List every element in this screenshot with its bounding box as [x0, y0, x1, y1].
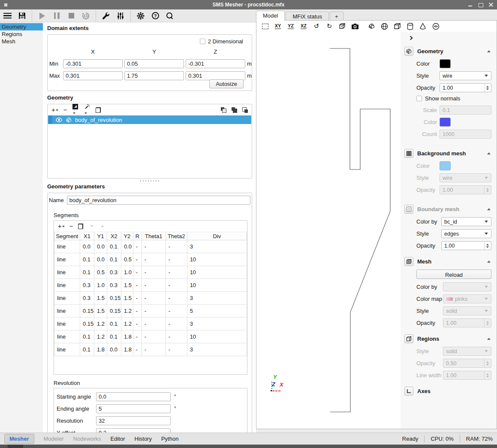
run-button[interactable] [36, 11, 48, 21]
segment-cell[interactable]: - [142, 318, 166, 330]
segment-cell[interactable]: 0.5 [94, 266, 107, 279]
mesh-color-by-dropdown[interactable] [443, 282, 491, 291]
normals-count-input[interactable]: 1000 [440, 130, 491, 139]
mesh-visibility-toggle[interactable] [404, 257, 413, 266]
maximize-button[interactable] [478, 2, 483, 7]
segment-cell[interactable]: - [133, 266, 142, 279]
build-button[interactable] [100, 11, 111, 21]
segment-cell[interactable]: 1.5 [121, 279, 133, 292]
menu-button[interactable] [2, 11, 13, 21]
segment-cell[interactable]: - [142, 279, 166, 292]
view-xy-button[interactable]: XY [273, 22, 283, 30]
segment-cell[interactable]: - [166, 318, 187, 330]
segment-cell[interactable]: line [54, 330, 80, 343]
segment-cell[interactable]: 1.8 [121, 343, 133, 356]
mesh-reload-button[interactable]: Reload [416, 269, 491, 279]
wizard-button[interactable] [84, 104, 90, 116]
axes-visibility-toggle[interactable] [404, 387, 413, 396]
perspective-button[interactable] [337, 22, 347, 30]
view-xz-button[interactable]: XZ [299, 22, 308, 30]
search-button[interactable] [164, 11, 175, 21]
segment-cell[interactable]: - [142, 253, 166, 266]
add-cone-button[interactable] [418, 22, 428, 30]
segment-cell[interactable]: 0.5 [121, 253, 133, 266]
two-dimensional-checkbox[interactable] [200, 39, 205, 44]
segment-cell[interactable]: - [133, 253, 142, 266]
segment-cell[interactable]: 0.1 [80, 343, 94, 356]
tab-model[interactable]: Model [256, 11, 285, 21]
segment-cell[interactable]: 3 [187, 240, 247, 253]
segment-cell[interactable]: 5 [187, 305, 247, 318]
mesh-color-map-dropdown[interactable]: pinks [443, 294, 491, 303]
segment-cell[interactable]: 0.1 [80, 330, 94, 343]
xmax-input[interactable] [63, 71, 123, 80]
segment-cell[interactable]: 1.5 [94, 305, 107, 318]
mode-mesher-button[interactable]: Mesher [4, 434, 34, 444]
view-yz-button[interactable]: YZ [286, 22, 295, 30]
segment-cell[interactable]: 1.2 [121, 318, 133, 330]
segment-cell[interactable]: - [142, 343, 166, 356]
segment-cell[interactable]: line [54, 318, 80, 330]
segment-cell[interactable]: - [142, 330, 166, 343]
mode-python[interactable]: Python [161, 436, 178, 442]
ymin-input[interactable] [124, 59, 184, 68]
nav-item-regions[interactable]: Regions [0, 30, 43, 38]
segment-cell[interactable]: 1.5 [94, 292, 107, 305]
segment-cell[interactable]: - [166, 253, 187, 266]
move-up-icon[interactable] [101, 225, 104, 227]
segment-cell[interactable]: 1.8 [121, 330, 133, 343]
segment-cell[interactable]: 0.0 [80, 240, 94, 253]
starting-angle-input[interactable] [96, 392, 171, 401]
background-mesh-visibility-toggle[interactable] [404, 149, 413, 158]
intersect-icon[interactable] [232, 107, 237, 113]
ending-angle-input[interactable] [96, 404, 171, 413]
collapse-panel-button[interactable] [407, 34, 414, 42]
segment-cell[interactable]: 0.0 [94, 253, 107, 266]
segment-cell[interactable]: - [133, 279, 142, 292]
segment-cell[interactable]: 0.3 [107, 266, 121, 279]
difference-icon[interactable] [242, 107, 248, 113]
segment-cell[interactable]: 1.2 [94, 330, 107, 343]
name-input[interactable] [67, 196, 250, 205]
add-segment-button[interactable]: + [58, 223, 65, 229]
boundary-mesh-opacity-spinbox[interactable]: 1.00 [441, 241, 491, 250]
mode-history[interactable]: History [135, 436, 152, 442]
autosize-button[interactable]: Autosize [209, 79, 244, 88]
segment-cell[interactable]: - [142, 240, 166, 253]
segment-cell[interactable]: 1.8 [94, 343, 107, 356]
segment-cell[interactable]: 0.0 [94, 240, 107, 253]
rotate-left-button[interactable]: ↺ [312, 22, 321, 30]
segment-cell[interactable]: - [166, 279, 187, 292]
help-button[interactable]: ? [150, 11, 161, 21]
segment-cell[interactable]: - [133, 292, 142, 305]
segment-cell[interactable]: 0.3 [80, 292, 94, 305]
segment-cell[interactable]: line [54, 305, 80, 318]
model-viewport[interactable]: Y Z X [256, 32, 401, 429]
segment-cell[interactable]: - [142, 305, 166, 318]
tab-mfix-status[interactable]: MFiX status [286, 12, 329, 21]
segment-cell[interactable]: 1.0 [94, 279, 107, 292]
segment-cell[interactable]: line [54, 343, 80, 356]
segment-cell[interactable]: line [54, 253, 80, 266]
add-cylinder-button[interactable] [405, 22, 415, 30]
segment-cell[interactable]: 0.1 [107, 253, 121, 266]
nav-item-mesh[interactable]: Mesh [0, 38, 43, 45]
copy-segment-icon[interactable] [78, 224, 83, 229]
boundary-mesh-visibility-toggle[interactable] [404, 205, 413, 214]
regions-opacity-spinbox[interactable]: 0.50 [443, 359, 491, 368]
collapse-arrow-icon[interactable] [487, 50, 491, 52]
segment-cell[interactable]: 10 [187, 253, 247, 266]
zmax-input[interactable] [186, 71, 245, 80]
regions-visibility-toggle[interactable] [404, 334, 413, 343]
segment-cell[interactable]: - [142, 266, 166, 279]
segment-cell[interactable]: 3 [187, 292, 247, 305]
segment-cell[interactable]: 0.15 [107, 305, 121, 318]
segment-cell[interactable]: - [166, 240, 187, 253]
boundary-mesh-color-by-dropdown[interactable]: bc_id [441, 217, 491, 226]
geometry-tree-item[interactable]: body_of_revolution [48, 115, 251, 124]
resolution-input[interactable] [96, 416, 171, 425]
normals-color-swatch[interactable] [440, 118, 451, 127]
segment-cell[interactable]: - [133, 240, 142, 253]
regions-line-width-spinbox[interactable]: 1.00 [443, 371, 491, 380]
show-normals-checkbox[interactable] [416, 96, 422, 101]
